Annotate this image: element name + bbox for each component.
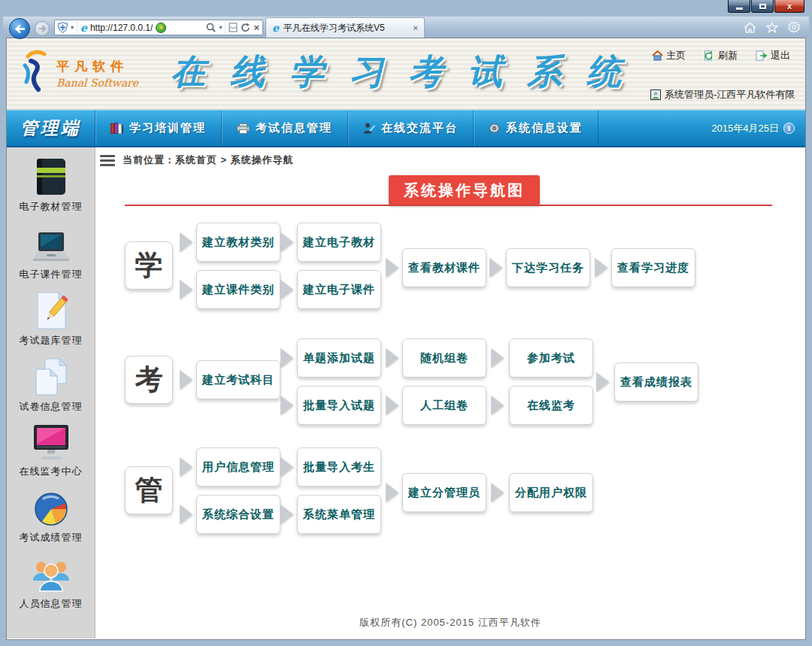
browser-tab[interactable]: e 平凡在线学习考试系统V5 × <box>265 17 425 38</box>
refresh-link[interactable]: 刷新 <box>704 49 738 62</box>
arrow-right-icon <box>595 258 607 278</box>
home-link[interactable]: 主页 <box>652 49 686 62</box>
chevron-down-icon[interactable]: ▾ <box>71 24 74 31</box>
flow-box[interactable]: 建立电子教材 <box>297 223 381 262</box>
minimize-button[interactable] <box>728 0 750 13</box>
logo: 平凡软件 Banal Software <box>19 47 138 93</box>
flow-box[interactable]: 用户信息管理 <box>196 447 280 487</box>
flow-box[interactable]: 单题添加试题 <box>297 338 381 378</box>
arrow-right-icon <box>280 505 293 524</box>
sidebar-item-question-bank[interactable]: 考试题库管理 <box>7 289 95 347</box>
person-pen-icon <box>363 123 375 134</box>
search-dropdown-icon[interactable]: ▾ <box>219 24 222 31</box>
main-content: 当前位置：系统首页 > 系统操作导航 系统操作导航图 学 建立教材类别 建立电子… <box>95 147 805 638</box>
flow-box[interactable]: 分配用户权限 <box>509 473 593 512</box>
shield-icon[interactable] <box>58 22 68 33</box>
flow-box[interactable]: 建立电子课件 <box>297 270 381 309</box>
close-button[interactable]: x <box>774 0 804 13</box>
stop-icon[interactable]: × <box>253 22 259 33</box>
flow-box[interactable]: 在线监考 <box>509 386 593 425</box>
search-icon[interactable] <box>206 23 216 32</box>
flow-box[interactable]: 查看教材课件 <box>402 248 486 287</box>
settings-gear-icon[interactable] <box>788 21 800 33</box>
sidebar-item-courseware-mgmt[interactable]: 电子课件管理 <box>7 223 95 281</box>
arrow-right-icon <box>180 505 192 524</box>
maximize-button[interactable] <box>751 0 774 13</box>
arrow-right-icon <box>180 280 192 299</box>
back-arrow-icon <box>14 24 26 34</box>
logo-name-cn: 平凡软件 <box>56 58 138 75</box>
sidebar-item-label: 在线监考中心 <box>7 465 95 478</box>
web-page: 平凡软件 Banal Software 在线学习考试系统 主页 刷新 退出 <box>6 38 806 640</box>
flow-box[interactable]: 建立分管理员 <box>402 473 486 512</box>
logo-figure-icon <box>19 47 50 93</box>
flow-box[interactable]: 建立考试科目 <box>196 360 280 399</box>
nav-item-label: 学习培训管理 <box>129 121 206 135</box>
date-text: 2015年4月25日 <box>711 122 779 135</box>
nav-item-label: 在线交流平台 <box>381 121 458 135</box>
breadcrumb-text: 当前位置：系统首页 > 系统操作导航 <box>123 153 294 167</box>
arrow-right-icon <box>280 280 293 299</box>
address-bar[interactable]: ▾ e http://127.0.0.1/ + ▾ × <box>54 20 263 35</box>
flow-box[interactable]: 查看学习进度 <box>611 248 695 287</box>
flow-box[interactable]: 建立教材类别 <box>196 223 280 262</box>
copy-pages-icon <box>34 358 68 396</box>
logout-link[interactable]: 退出 <box>756 49 790 62</box>
flow-box[interactable]: 系统菜单管理 <box>297 495 381 534</box>
nav-item-label: 考试信息管理 <box>256 121 332 135</box>
navbar-date: 2015年4月25日 i <box>711 111 795 146</box>
compatibility-view-icon[interactable] <box>229 23 238 32</box>
avatar-icon <box>650 89 661 100</box>
url-text[interactable]: http://127.0.0.1/ <box>90 23 153 33</box>
sidebar-item-label: 考试成绩管理 <box>7 531 95 544</box>
admin-info: 系统管理员-江西平凡软件有限 <box>650 88 807 102</box>
flow-box[interactable]: 参加考试 <box>509 338 593 378</box>
flow-section-study: 学 <box>125 241 173 290</box>
forward-button[interactable] <box>35 21 50 36</box>
nav-item-exam-info[interactable]: 考试信息管理 <box>222 111 348 146</box>
flow-box[interactable]: 查看成绩报表 <box>614 362 698 402</box>
plugin-icon[interactable]: + <box>156 23 166 33</box>
tab-close-icon[interactable]: × <box>414 23 418 32</box>
sidebar-item-proctor-center[interactable]: 在线监考中心 <box>7 420 95 478</box>
copyright-footer: 版权所有(C) 2005-2015 江西平凡软件 <box>95 616 805 629</box>
arrow-right-icon <box>491 348 504 368</box>
flow-box[interactable]: 批量导入考生 <box>297 447 381 487</box>
info-icon[interactable]: i <box>783 123 795 134</box>
home-icon <box>652 50 663 61</box>
sidebar-item-paper-info[interactable]: 试卷信息管理 <box>7 355 95 414</box>
arrow-right-icon <box>180 232 192 252</box>
divider <box>77 22 77 33</box>
sidebar-item-personnel-info[interactable]: 人员信息管理 <box>7 552 95 611</box>
flow-box[interactable]: 建立课件类别 <box>196 270 280 309</box>
flow-box[interactable]: 下达学习任务 <box>506 248 590 287</box>
flow-box[interactable]: 人工组卷 <box>402 386 486 425</box>
browser-chrome: ▾ e http://127.0.0.1/ + ▾ × e 平凡在线学习考试系统… <box>3 17 809 38</box>
arrow-right-icon <box>280 348 293 368</box>
flow-box[interactable]: 系统综合设置 <box>196 495 280 534</box>
browser-window: x ▾ e http://127.0.0.1/ + ▾ × e 平凡在线学 <box>0 0 812 646</box>
tab-favicon: e <box>272 23 279 33</box>
sidebar-item-ebook-mgmt[interactable]: 电子教材管理 <box>7 155 95 214</box>
sidebar: 电子教材管理 电子课件管理 考试题库管理 试卷信息管理 在线监考中心 <box>7 147 95 638</box>
home-icon[interactable] <box>744 22 756 33</box>
sidebar-item-label: 人员信息管理 <box>7 597 95 611</box>
nav-item-study-training[interactable]: 学习培训管理 <box>95 111 222 146</box>
people-icon <box>32 558 71 593</box>
flow-box[interactable]: 随机组卷 <box>402 338 486 378</box>
nav-item-system-settings[interactable]: 系统信息设置 <box>474 111 598 146</box>
nav-item-online-platform[interactable]: 在线交流平台 <box>348 111 474 146</box>
arrow-right-icon <box>180 457 192 477</box>
sidebar-item-score-mgmt[interactable]: 考试成绩管理 <box>7 486 95 544</box>
refresh-page-icon[interactable] <box>241 23 250 32</box>
logo-name-en: Banal Software <box>56 77 138 89</box>
breadcrumb: 当前位置：系统首页 > 系统操作导航 <box>100 153 294 167</box>
flow-box[interactable]: 批量导入试题 <box>297 386 381 425</box>
back-button[interactable] <box>9 18 30 39</box>
arrow-right-icon <box>596 372 609 392</box>
favorites-star-icon[interactable] <box>766 22 778 33</box>
logout-icon <box>756 50 768 61</box>
arrow-right-icon <box>386 396 398 415</box>
maximize-icon <box>759 4 766 9</box>
menu-icon[interactable] <box>100 155 115 166</box>
